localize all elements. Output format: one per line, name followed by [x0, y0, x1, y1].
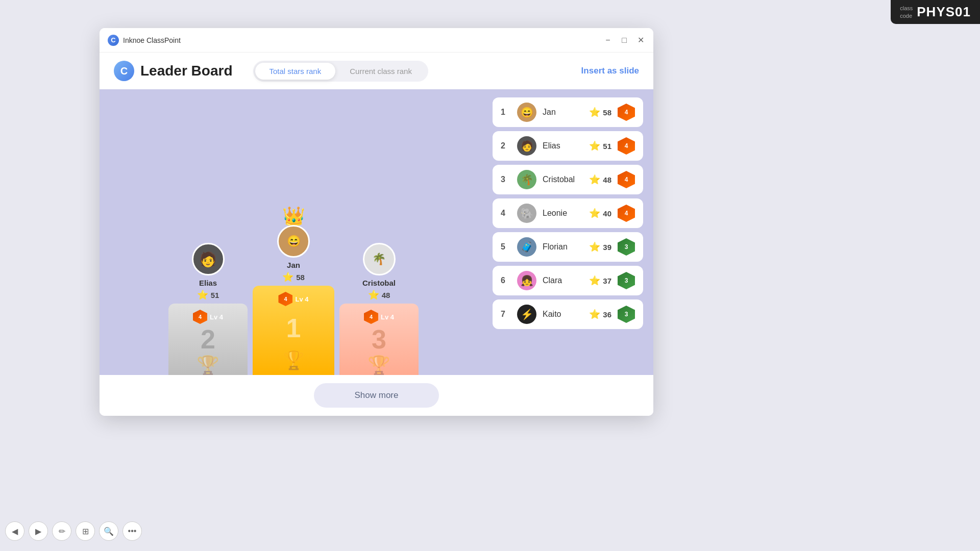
lb-stars-value-4: 40 — [603, 209, 611, 218]
level-label-2nd: Lv 4 — [210, 313, 223, 321]
toolbar-more-button[interactable]: ••• — [122, 521, 142, 541]
titlebar: C Inknoe ClassPoint − □ ✕ — [100, 28, 653, 53]
rank-number-1st: 1 — [286, 313, 301, 343]
star-icon-2nd: ⭐ — [197, 289, 208, 300]
crown-icon: 👑 — [282, 206, 305, 227]
podium-stars-2nd: ⭐ 51 — [197, 289, 219, 300]
podium-stars-3rd: ⭐ 48 — [368, 289, 390, 300]
tab-current-class[interactable]: Current class rank — [335, 63, 426, 80]
lb-star-icon-2: ⭐ — [589, 140, 600, 152]
podium-person-1st: 👑 😄 Jan ⭐ 58 4 Lv 4 1 🏆 — [253, 206, 334, 375]
lb-rank-6: 6 — [501, 276, 511, 285]
level-hex-2nd: 4 — [193, 310, 207, 324]
main-window: C Inknoe ClassPoint − □ ✕ C Leader Board… — [100, 28, 653, 416]
podium-avatar-2nd: 🧑 — [192, 243, 225, 276]
class-code-badge: classcode PHYS01 — [891, 0, 980, 24]
lb-name-2: Elias — [543, 141, 583, 151]
leaderboard-row-2: 2 🧑 Elias ⭐ 51 4 — [493, 131, 643, 161]
lb-star-icon-3: ⭐ — [589, 174, 600, 185]
lb-name-4: Leonie — [543, 209, 583, 218]
lb-stars-value-5: 39 — [603, 243, 611, 252]
level-label-3rd: Lv 4 — [381, 313, 394, 321]
lb-stars-6: ⭐ 37 — [589, 275, 611, 286]
window-controls: − □ ✕ — [603, 36, 645, 45]
podium-avatar-3rd: 🌴 — [363, 243, 396, 276]
minimize-button[interactable]: − — [603, 36, 612, 45]
maximize-button[interactable]: □ — [620, 36, 629, 45]
lb-name-5: Florian — [543, 242, 583, 252]
level-badge-2nd: 4 Lv 4 — [193, 310, 223, 324]
lb-level-2: 4 — [618, 137, 635, 155]
bottom-toolbar: ◀ ▶ ✏ ⊞ 🔍 ••• — [5, 521, 142, 541]
podium-name-2nd: Elias — [199, 279, 217, 287]
lb-name-3: Cristobal — [543, 175, 583, 184]
lb-stars-value-7: 36 — [603, 310, 611, 319]
tab-total-stars[interactable]: Total stars rank — [255, 63, 336, 80]
lb-star-icon-5: ⭐ — [589, 241, 600, 253]
lb-stars-4: ⭐ 40 — [589, 208, 611, 219]
lb-stars-value-1: 58 — [603, 108, 611, 117]
lb-stars-value-6: 37 — [603, 277, 611, 285]
lb-avatar-1: 😄 — [517, 103, 536, 122]
level-hex-1st: 4 — [278, 292, 292, 306]
leaderboard-row-3: 3 🌴 Cristobal ⭐ 48 4 — [493, 165, 643, 194]
toolbar-grid-button[interactable]: ⊞ — [76, 521, 95, 541]
rank-number-2nd: 2 — [201, 324, 215, 355]
class-code-label: classcode — [900, 5, 913, 19]
header: C Leader Board Total stars rank Current … — [100, 53, 653, 89]
lb-star-icon-7: ⭐ — [589, 309, 600, 320]
rank-number-3rd: 3 — [372, 324, 386, 355]
level-badge-1st: 4 Lv 4 — [278, 292, 308, 306]
lb-rank-1: 1 — [501, 108, 511, 117]
lb-avatar-7: ⚡ — [517, 305, 536, 324]
show-more-button[interactable]: Show more — [314, 383, 439, 408]
class-code-value: PHYS01 — [917, 4, 971, 20]
close-button[interactable]: ✕ — [636, 36, 645, 45]
footer: Show more — [100, 375, 653, 416]
lb-level-4: 4 — [618, 205, 635, 222]
lb-star-icon-4: ⭐ — [589, 208, 600, 219]
lb-avatar-5: 🧳 — [517, 237, 536, 257]
podium-block-3rd: 4 Lv 4 3 🏆 — [339, 304, 419, 375]
trophy-icon-2nd: 🏆 — [197, 355, 219, 375]
lb-name-7: Kaito — [543, 310, 583, 319]
leaderboard-row-6: 6 👧 Clara ⭐ 37 3 — [493, 266, 643, 295]
lb-stars-1: ⭐ 58 — [589, 107, 611, 118]
level-hex-3rd: 4 — [364, 310, 378, 324]
page-title: Leader Board — [140, 63, 233, 79]
app-title: Inknoe ClassPoint — [123, 36, 603, 44]
leaderboard-row-1: 1 😄 Jan ⭐ 58 4 — [493, 97, 643, 127]
app-logo: C — [108, 35, 119, 46]
tab-group: Total stars rank Current class rank — [253, 61, 428, 82]
lb-rank-5: 5 — [501, 242, 511, 252]
toolbar-zoom-button[interactable]: 🔍 — [99, 521, 118, 541]
lb-stars-value-2: 51 — [603, 142, 611, 151]
podium-avatar-1st: 😄 — [277, 225, 310, 258]
lb-avatar-4: 🐘 — [517, 204, 536, 223]
lb-level-6: 3 — [618, 272, 635, 289]
lb-name-1: Jan — [543, 108, 583, 117]
lb-star-icon-6: ⭐ — [589, 275, 600, 286]
lb-level-7: 3 — [618, 306, 635, 323]
leaderboard-row-5: 5 🧳 Florian ⭐ 39 3 — [493, 232, 643, 262]
podium-name-3rd: Cristobal — [362, 279, 396, 287]
toolbar-forward-button[interactable]: ▶ — [29, 521, 48, 541]
podium-stars-value-3rd: 48 — [382, 291, 390, 299]
trophy-icon-3rd: 🏆 — [368, 355, 390, 375]
toolbar-back-button[interactable]: ◀ — [5, 521, 24, 541]
lb-level-1: 4 — [618, 104, 635, 121]
lb-avatar-2: 🧑 — [517, 136, 536, 156]
star-icon-1st: ⭐ — [282, 271, 293, 283]
leaderboard-row-7: 7 ⚡ Kaito ⭐ 36 3 — [493, 299, 643, 329]
lb-rank-4: 4 — [501, 209, 511, 218]
main-content: 🧑 Elias ⭐ 51 4 Lv 4 2 🏆 — [100, 89, 653, 375]
lb-stars-value-3: 48 — [603, 176, 611, 184]
toolbar-pen-button[interactable]: ✏ — [52, 521, 71, 541]
lb-avatar-6: 👧 — [517, 271, 536, 290]
podium-stars-value-1st: 58 — [296, 273, 305, 282]
podium-area: 🧑 Elias ⭐ 51 4 Lv 4 2 🏆 — [100, 89, 487, 375]
star-icon-3rd: ⭐ — [368, 289, 379, 300]
insert-slide-button[interactable]: Insert as slide — [581, 66, 639, 76]
header-logo: C — [114, 61, 134, 81]
podium-name-1st: Jan — [287, 261, 300, 269]
